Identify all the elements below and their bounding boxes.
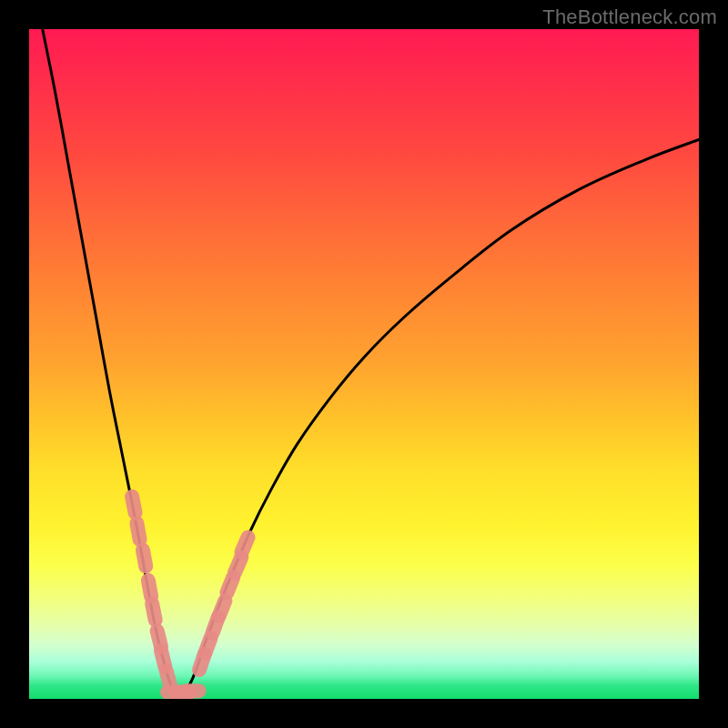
marker-pill [135, 541, 155, 574]
marker-pill [232, 528, 258, 562]
chart-svg [29, 29, 699, 699]
watermark-text: TheBottleneck.com [542, 5, 717, 29]
bottleneck-curve [43, 29, 699, 695]
outer-frame: TheBottleneck.com [0, 0, 728, 728]
marker-pill [144, 595, 164, 628]
plot-area [29, 29, 699, 699]
marker-pill [128, 515, 148, 548]
marker-pill [124, 488, 144, 521]
marker-pill [179, 683, 207, 698]
data-markers [124, 488, 258, 699]
